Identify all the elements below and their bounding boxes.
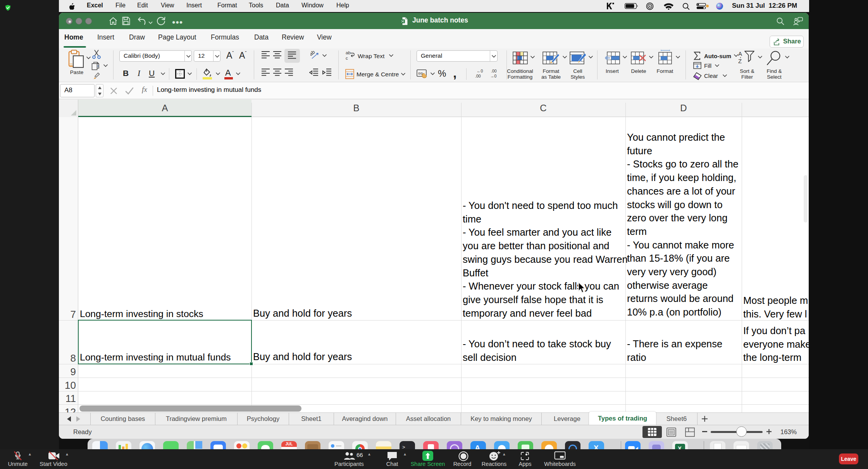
svg-text:→0: →0	[490, 74, 497, 78]
svg-text:.00: .00	[475, 74, 481, 78]
svg-text:c: c	[346, 56, 348, 60]
svg-text:ab: ab	[346, 50, 351, 55]
svg-text:←0: ←0	[477, 69, 483, 73]
svg-text:.00: .00	[491, 69, 497, 73]
svg-text:A: A	[738, 50, 742, 57]
svg-text:Z: Z	[738, 58, 742, 64]
